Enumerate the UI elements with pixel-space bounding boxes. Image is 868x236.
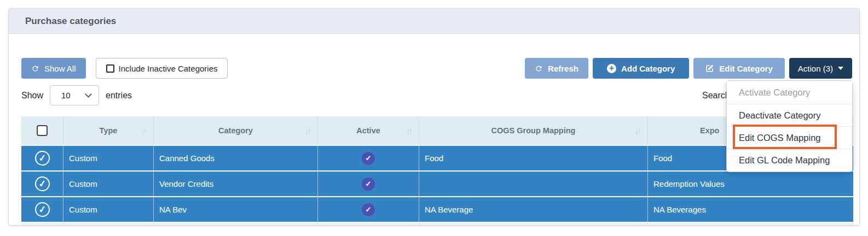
check-glyph: ✓ bbox=[366, 154, 372, 162]
sort-arrows-icon[interactable]: ↓↑ bbox=[635, 126, 640, 135]
sort-arrows-icon[interactable]: ↓↑ bbox=[141, 126, 146, 135]
add-category-label: Add Category bbox=[621, 64, 675, 73]
active-check-icon: ✓ bbox=[362, 203, 375, 216]
table-row[interactable]: ✓ Custom Vendor Credits ✓ Redemption Val… bbox=[21, 172, 853, 196]
select-all-header bbox=[21, 116, 63, 145]
active-check-icon: ✓ bbox=[362, 178, 375, 191]
show-entries-label: Show bbox=[21, 91, 43, 101]
cell-type: Custom bbox=[63, 172, 154, 196]
caret-down-icon bbox=[838, 67, 843, 70]
menu-item-edit-gl-code-mapping[interactable]: Edit GL Code Mapping bbox=[727, 149, 852, 171]
row-selected-check-icon[interactable]: ✓ bbox=[34, 176, 50, 192]
active-check-icon: ✓ bbox=[362, 152, 375, 165]
refresh-label: Refresh bbox=[548, 64, 578, 73]
partial-next-row bbox=[21, 223, 853, 226]
add-category-button[interactable]: + Add Category bbox=[593, 58, 689, 79]
edit-category-label: Edit Category bbox=[719, 64, 773, 73]
include-inactive-label: Include Inactive Categories bbox=[119, 64, 218, 73]
chevron-down-icon bbox=[85, 91, 92, 98]
sort-arrows-icon[interactable]: ↓↑ bbox=[305, 126, 310, 135]
page-size-select[interactable]: 10 bbox=[50, 85, 99, 105]
action-dropdown-button[interactable]: Action (3) bbox=[789, 58, 852, 79]
cell-category: Canned Goods bbox=[154, 146, 318, 170]
check-glyph: ✓ bbox=[38, 203, 47, 215]
column-label: Expo bbox=[700, 126, 719, 135]
select-all-checkbox[interactable] bbox=[37, 125, 48, 136]
include-inactive-toggle[interactable]: Include Inactive Categories bbox=[96, 58, 228, 79]
cell-category: NA Bev bbox=[154, 197, 318, 222]
edit-pencil-icon bbox=[705, 64, 714, 73]
row-selected-check-icon[interactable]: ✓ bbox=[34, 150, 50, 167]
edit-category-button[interactable]: Edit Category bbox=[693, 58, 785, 79]
toolbar: Show All Include Inactive Categories Ref… bbox=[21, 58, 852, 79]
row-selected-check-icon[interactable]: ✓ bbox=[34, 202, 50, 218]
check-glyph: ✓ bbox=[366, 180, 372, 188]
menu-item-deactivate-category[interactable]: Deactivate Category bbox=[727, 104, 852, 126]
cell-category: Vendor Credits bbox=[154, 172, 318, 196]
page-title: Purchase categories bbox=[25, 16, 116, 27]
column-label: Category bbox=[218, 126, 253, 135]
plus-circle-icon: + bbox=[607, 64, 616, 73]
refresh-button[interactable]: Refresh bbox=[525, 58, 588, 79]
refresh-icon bbox=[31, 64, 39, 73]
action-label: Action (3) bbox=[798, 64, 833, 73]
column-header-category[interactable]: Category ↓↑ bbox=[154, 116, 318, 145]
show-all-button[interactable]: Show All bbox=[21, 58, 86, 79]
page-size-value: 10 bbox=[61, 91, 71, 100]
check-glyph: ✓ bbox=[38, 152, 47, 164]
column-header-type[interactable]: Type ↓↑ bbox=[63, 116, 154, 145]
cell-type: Custom bbox=[63, 197, 154, 222]
entries-label: entries bbox=[106, 91, 132, 101]
column-header-active[interactable]: Active ↓↑ bbox=[318, 116, 419, 145]
menu-item-activate-category: Activate Category bbox=[727, 81, 852, 104]
table-row[interactable]: ✓ Custom NA Bev ✓ NA Beverage NA Beverag… bbox=[21, 197, 853, 222]
cell-cogs-mapping bbox=[419, 172, 648, 196]
show-all-label: Show All bbox=[44, 64, 76, 73]
action-dropdown-menu: Activate Category Deactivate Category Ed… bbox=[726, 80, 853, 172]
check-glyph: ✓ bbox=[366, 205, 372, 214]
refresh-icon bbox=[535, 64, 543, 73]
cell-cogs-mapping: NA Beverage bbox=[419, 197, 648, 222]
checkbox-unchecked-icon bbox=[106, 64, 114, 73]
column-label: Active bbox=[356, 126, 380, 135]
menu-item-edit-cogs-mapping[interactable]: Edit COGS Mapping bbox=[727, 126, 852, 149]
column-label: COGS Group Mapping bbox=[491, 126, 576, 135]
cell-export-mapping: Redemption Values bbox=[648, 172, 853, 196]
cell-cogs-mapping: Food bbox=[419, 146, 648, 170]
panel-header: Purchase categories bbox=[9, 9, 859, 34]
cell-export-mapping: NA Beverages bbox=[648, 197, 853, 222]
check-glyph: ✓ bbox=[38, 178, 47, 190]
column-header-cogs[interactable]: COGS Group Mapping ↓↑ bbox=[419, 116, 648, 145]
toolbar-right-group: Refresh + Add Category Edit Category Act… bbox=[525, 58, 852, 79]
cell-type: Custom bbox=[63, 146, 154, 170]
sort-arrows-icon[interactable]: ↓↑ bbox=[406, 126, 411, 135]
column-label: Type bbox=[100, 126, 118, 135]
